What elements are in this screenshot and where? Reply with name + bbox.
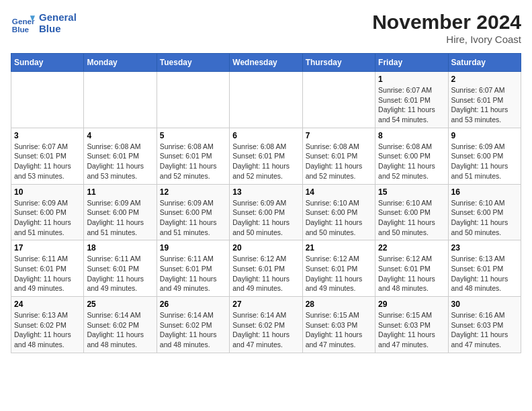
calendar-cell: 10Sunrise: 6:09 AM Sunset: 6:00 PM Dayli…	[11, 184, 84, 240]
weekday-header: Thursday	[302, 54, 375, 72]
day-info: Sunrise: 6:13 AM Sunset: 6:02 PM Dayligh…	[14, 310, 81, 350]
day-info: Sunrise: 6:09 AM Sunset: 6:00 PM Dayligh…	[14, 198, 81, 238]
day-info: Sunrise: 6:10 AM Sunset: 6:00 PM Dayligh…	[378, 198, 445, 238]
day-info: Sunrise: 6:13 AM Sunset: 6:01 PM Dayligh…	[451, 254, 518, 293]
calendar-cell: 1Sunrise: 6:07 AM Sunset: 6:01 PM Daylig…	[375, 72, 448, 128]
day-info: Sunrise: 6:09 AM Sunset: 6:00 PM Dayligh…	[232, 198, 299, 238]
day-info: Sunrise: 6:10 AM Sunset: 6:00 PM Dayligh…	[306, 198, 372, 238]
day-number: 1	[378, 75, 445, 84]
calendar-cell: 7Sunrise: 6:08 AM Sunset: 6:01 PM Daylig…	[302, 128, 375, 184]
day-number: 25	[87, 300, 153, 309]
page-subtitle: Hire, Ivory Coast	[372, 34, 521, 45]
day-info: Sunrise: 6:07 AM Sunset: 6:01 PM Dayligh…	[378, 85, 445, 125]
day-number: 5	[160, 131, 226, 140]
calendar-cell: 19Sunrise: 6:11 AM Sunset: 6:01 PM Dayli…	[157, 240, 229, 297]
logo-icon: General Blue	[11, 11, 35, 35]
day-number: 15	[378, 187, 445, 197]
day-info: Sunrise: 6:10 AM Sunset: 6:00 PM Dayligh…	[451, 198, 518, 238]
day-info: Sunrise: 6:09 AM Sunset: 6:00 PM Dayligh…	[451, 142, 518, 181]
day-number: 20	[232, 243, 299, 253]
day-number: 18	[87, 243, 153, 253]
day-info: Sunrise: 6:09 AM Sunset: 6:00 PM Dayligh…	[87, 198, 153, 238]
day-number: 11	[87, 187, 153, 197]
calendar-cell: 9Sunrise: 6:09 AM Sunset: 6:00 PM Daylig…	[448, 128, 521, 184]
day-info: Sunrise: 6:15 AM Sunset: 6:03 PM Dayligh…	[378, 310, 445, 350]
weekday-header: Monday	[84, 54, 157, 72]
day-number: 30	[451, 300, 518, 309]
calendar-cell: 12Sunrise: 6:09 AM Sunset: 6:00 PM Dayli…	[157, 184, 229, 240]
calendar-cell: 15Sunrise: 6:10 AM Sunset: 6:00 PM Dayli…	[375, 184, 448, 240]
day-info: Sunrise: 6:12 AM Sunset: 6:01 PM Dayligh…	[232, 254, 299, 293]
weekday-header: Saturday	[448, 54, 521, 72]
day-info: Sunrise: 6:14 AM Sunset: 6:02 PM Dayligh…	[87, 310, 153, 350]
day-number: 24	[14, 300, 81, 309]
day-info: Sunrise: 6:08 AM Sunset: 6:01 PM Dayligh…	[160, 142, 226, 181]
day-number: 2	[451, 75, 518, 84]
day-number: 4	[87, 131, 153, 140]
calendar-cell: 3Sunrise: 6:07 AM Sunset: 6:01 PM Daylig…	[11, 128, 84, 184]
calendar-cell: 6Sunrise: 6:08 AM Sunset: 6:01 PM Daylig…	[230, 128, 302, 184]
calendar-cell: 30Sunrise: 6:16 AM Sunset: 6:03 PM Dayli…	[448, 297, 521, 353]
day-info: Sunrise: 6:11 AM Sunset: 6:01 PM Dayligh…	[87, 254, 153, 293]
calendar-cell: 24Sunrise: 6:13 AM Sunset: 6:02 PM Dayli…	[11, 297, 84, 353]
day-number: 7	[306, 131, 372, 140]
day-info: Sunrise: 6:08 AM Sunset: 6:01 PM Dayligh…	[232, 142, 299, 181]
page-title: November 2024	[372, 11, 521, 34]
day-info: Sunrise: 6:14 AM Sunset: 6:02 PM Dayligh…	[232, 310, 299, 350]
day-number: 29	[378, 300, 445, 309]
calendar-table: SundayMondayTuesdayWednesdayThursdayFrid…	[11, 53, 521, 353]
day-number: 21	[306, 243, 372, 253]
calendar-cell: 8Sunrise: 6:08 AM Sunset: 6:00 PM Daylig…	[375, 128, 448, 184]
day-info: Sunrise: 6:09 AM Sunset: 6:00 PM Dayligh…	[160, 198, 226, 238]
day-number: 9	[451, 131, 518, 140]
calendar-cell: 17Sunrise: 6:11 AM Sunset: 6:01 PM Dayli…	[11, 240, 84, 297]
calendar-cell: 23Sunrise: 6:13 AM Sunset: 6:01 PM Dayli…	[448, 240, 521, 297]
calendar-cell: 2Sunrise: 6:07 AM Sunset: 6:01 PM Daylig…	[448, 72, 521, 128]
calendar-cell: 22Sunrise: 6:12 AM Sunset: 6:01 PM Dayli…	[375, 240, 448, 297]
day-info: Sunrise: 6:08 AM Sunset: 6:01 PM Dayligh…	[87, 142, 153, 181]
day-info: Sunrise: 6:14 AM Sunset: 6:02 PM Dayligh…	[160, 310, 226, 350]
calendar-cell	[84, 72, 157, 128]
day-number: 23	[451, 243, 518, 253]
day-number: 3	[14, 131, 81, 140]
calendar-cell: 5Sunrise: 6:08 AM Sunset: 6:01 PM Daylig…	[157, 128, 229, 184]
logo-line2: Blue	[39, 23, 77, 34]
day-info: Sunrise: 6:08 AM Sunset: 6:00 PM Dayligh…	[378, 142, 445, 181]
calendar-cell: 21Sunrise: 6:12 AM Sunset: 6:01 PM Dayli…	[302, 240, 375, 297]
day-number: 28	[306, 300, 372, 309]
day-info: Sunrise: 6:15 AM Sunset: 6:03 PM Dayligh…	[306, 310, 372, 350]
calendar-cell	[302, 72, 375, 128]
title-block: November 2024 Hire, Ivory Coast	[372, 11, 521, 45]
calendar-cell	[11, 72, 84, 128]
day-number: 22	[378, 243, 445, 253]
day-info: Sunrise: 6:08 AM Sunset: 6:01 PM Dayligh…	[306, 142, 372, 181]
calendar-cell: 16Sunrise: 6:10 AM Sunset: 6:00 PM Dayli…	[448, 184, 521, 240]
day-number: 19	[160, 243, 226, 253]
day-number: 16	[451, 187, 518, 197]
calendar-cell	[157, 72, 229, 128]
weekday-header: Wednesday	[230, 54, 302, 72]
day-info: Sunrise: 6:12 AM Sunset: 6:01 PM Dayligh…	[306, 254, 372, 293]
logo-line1: General	[39, 11, 77, 23]
day-number: 26	[160, 300, 226, 309]
calendar-cell: 28Sunrise: 6:15 AM Sunset: 6:03 PM Dayli…	[302, 297, 375, 353]
calendar-cell	[230, 72, 302, 128]
day-info: Sunrise: 6:11 AM Sunset: 6:01 PM Dayligh…	[14, 254, 81, 293]
calendar-cell: 26Sunrise: 6:14 AM Sunset: 6:02 PM Dayli…	[157, 297, 229, 353]
calendar-cell: 18Sunrise: 6:11 AM Sunset: 6:01 PM Dayli…	[84, 240, 157, 297]
day-info: Sunrise: 6:16 AM Sunset: 6:03 PM Dayligh…	[451, 310, 518, 350]
calendar-cell: 20Sunrise: 6:12 AM Sunset: 6:01 PM Dayli…	[230, 240, 302, 297]
day-number: 27	[232, 300, 299, 309]
day-number: 13	[232, 187, 299, 197]
calendar-cell: 29Sunrise: 6:15 AM Sunset: 6:03 PM Dayli…	[375, 297, 448, 353]
calendar-cell: 25Sunrise: 6:14 AM Sunset: 6:02 PM Dayli…	[84, 297, 157, 353]
logo: General Blue General Blue	[11, 11, 77, 35]
day-number: 8	[378, 131, 445, 140]
day-number: 12	[160, 187, 226, 197]
day-number: 14	[306, 187, 372, 197]
day-number: 17	[14, 243, 81, 253]
calendar-cell: 13Sunrise: 6:09 AM Sunset: 6:00 PM Dayli…	[230, 184, 302, 240]
calendar-cell: 11Sunrise: 6:09 AM Sunset: 6:00 PM Dayli…	[84, 184, 157, 240]
day-number: 10	[14, 187, 81, 197]
weekday-header: Tuesday	[157, 54, 229, 72]
